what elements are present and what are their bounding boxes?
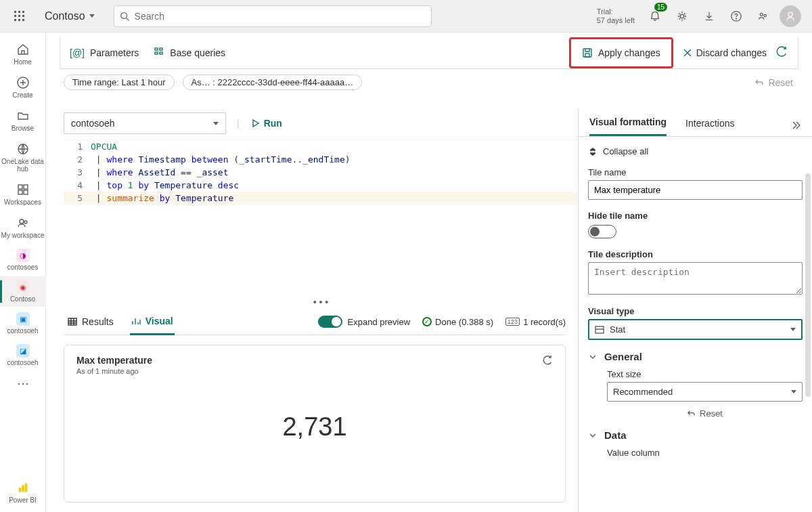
- time-range-filter[interactable]: Time range: Last 1 hour: [64, 74, 175, 90]
- double-chevron-right-icon: [790, 120, 801, 131]
- apply-changes-button[interactable]: Apply changes: [569, 37, 673, 68]
- datasource-select[interactable]: contosoeh: [64, 112, 226, 134]
- more-icon: ⋯: [16, 376, 30, 391]
- records-icon: 123: [505, 318, 520, 326]
- nav-contosoeh-2[interactable]: ◪ contosoeh: [0, 340, 46, 370]
- nav-contosoes[interactable]: ◑ contosoes: [0, 244, 46, 275]
- table-icon: [68, 317, 77, 326]
- undo-icon: [687, 409, 696, 418]
- workspace-name: Contoso: [45, 10, 85, 22]
- stat-value: 2,731: [282, 412, 346, 441]
- chevron-down-icon: [213, 122, 219, 125]
- grid-icon: [16, 183, 30, 196]
- nav-onelake[interactable]: OneLake data hub: [0, 137, 46, 177]
- discard-changes-button[interactable]: Discard changes: [683, 47, 767, 58]
- tab-results[interactable]: Results: [66, 310, 115, 334]
- hide-tile-name-toggle[interactable]: [588, 225, 616, 238]
- nav-create[interactable]: Create: [0, 71, 46, 103]
- tile-description-label: Tile description: [588, 249, 803, 259]
- collapse-all-button[interactable]: Collapse all: [588, 142, 803, 161]
- record-count: 123 1 record(s): [505, 317, 566, 327]
- download-button[interactable]: [697, 4, 721, 28]
- eventstream-icon: ◑: [16, 249, 30, 262]
- account-button[interactable]: [778, 4, 803, 28]
- check-circle-icon: ✓: [422, 317, 432, 326]
- collapse-panel[interactable]: [790, 120, 801, 133]
- nav-workspaces[interactable]: Workspaces: [0, 178, 46, 210]
- svg-point-5: [760, 13, 763, 16]
- notification-badge: 15: [654, 3, 667, 12]
- svg-rect-21: [160, 48, 162, 50]
- refresh-button[interactable]: [776, 45, 788, 60]
- search-icon: [120, 12, 129, 21]
- scrollbar[interactable]: [805, 173, 811, 397]
- avatar: [780, 5, 801, 27]
- tab-interactions[interactable]: Interactions: [685, 118, 734, 135]
- query-status: ✓ Done (0.388 s): [422, 317, 493, 327]
- tile-description-input[interactable]: [588, 262, 803, 295]
- chevron-down-icon: [89, 14, 95, 18]
- expand-preview-toggle[interactable]: Expand preview: [318, 316, 411, 328]
- svg-rect-16: [18, 488, 21, 492]
- workspace-switcher[interactable]: Contoso: [45, 10, 95, 22]
- tab-visual-formatting[interactable]: Visual formatting: [589, 116, 667, 136]
- tile-subtitle: As of 1 minute ago: [76, 367, 553, 375]
- stat-card-icon: [595, 325, 604, 335]
- people-icon: [757, 10, 769, 22]
- svg-rect-10: [18, 185, 22, 189]
- svg-rect-11: [24, 185, 28, 189]
- notifications-button[interactable]: 15: [643, 4, 667, 28]
- svg-rect-26: [595, 326, 604, 333]
- section-general[interactable]: General: [588, 351, 803, 362]
- section-data[interactable]: Data: [588, 429, 803, 441]
- help-button[interactable]: [724, 4, 748, 28]
- tile-refresh[interactable]: [542, 355, 553, 368]
- bell-icon: [649, 10, 661, 22]
- refresh-icon: [542, 355, 553, 366]
- nav-contoso[interactable]: ◉ Contoso: [0, 276, 46, 307]
- globe-icon: [16, 142, 30, 156]
- svg-point-6: [764, 14, 767, 17]
- eventhouse-icon: ▣: [16, 312, 30, 326]
- refresh-icon: [776, 45, 788, 58]
- nav-contosoeh-1[interactable]: ▣ contosoeh: [0, 308, 46, 339]
- chevron-down-icon: [588, 431, 597, 440]
- parameters-button[interactable]: [@] Parameters: [70, 47, 139, 58]
- nav-powerbi[interactable]: Power BI: [0, 476, 46, 508]
- visual-type-select[interactable]: Stat: [588, 319, 803, 340]
- text-size-select[interactable]: Recommended: [607, 382, 803, 402]
- svg-rect-18: [24, 484, 27, 492]
- hide-tile-name-label: Hide tile name: [588, 211, 803, 221]
- reset-filters[interactable]: Reset: [754, 77, 793, 88]
- chart-icon: [131, 316, 141, 326]
- gear-icon: [676, 10, 688, 22]
- tile-name-input[interactable]: [588, 180, 803, 200]
- reset-section[interactable]: Reset: [607, 408, 803, 419]
- asset-filter[interactable]: As… : 2222cccc-33dd-eeee-ff44-aaaaa…: [183, 74, 363, 90]
- query-editor[interactable]: 1OPCUA 2 | where Timestamp between (_sta…: [64, 140, 578, 295]
- app-launcher[interactable]: [5, 3, 32, 30]
- feedback-button[interactable]: [751, 4, 775, 28]
- queries-icon: [154, 46, 164, 59]
- home-icon: [16, 43, 30, 56]
- global-search[interactable]: [114, 5, 432, 27]
- powerbi-icon: [16, 480, 30, 495]
- settings-button[interactable]: [670, 4, 694, 28]
- tab-visual[interactable]: Visual: [130, 309, 175, 335]
- run-button[interactable]: Run: [250, 118, 282, 129]
- resize-handle[interactable]: • • •: [64, 295, 578, 309]
- base-queries-button[interactable]: Base queries: [154, 46, 225, 59]
- svg-point-0: [120, 12, 127, 18]
- nav-my-workspace[interactable]: My workspace: [0, 211, 46, 243]
- svg-point-7: [788, 12, 792, 16]
- play-icon: [250, 119, 260, 128]
- visual-type-label: Visual type: [588, 306, 803, 316]
- trial-status: Trial: 57 days left: [597, 7, 635, 24]
- search-input[interactable]: [135, 11, 426, 22]
- chevron-down-icon: [790, 328, 796, 331]
- nav-more[interactable]: ⋯: [0, 372, 46, 395]
- collapse-icon: [588, 147, 597, 156]
- svg-rect-17: [22, 485, 24, 492]
- nav-home[interactable]: Home: [0, 38, 46, 70]
- nav-browse[interactable]: Browse: [0, 104, 46, 136]
